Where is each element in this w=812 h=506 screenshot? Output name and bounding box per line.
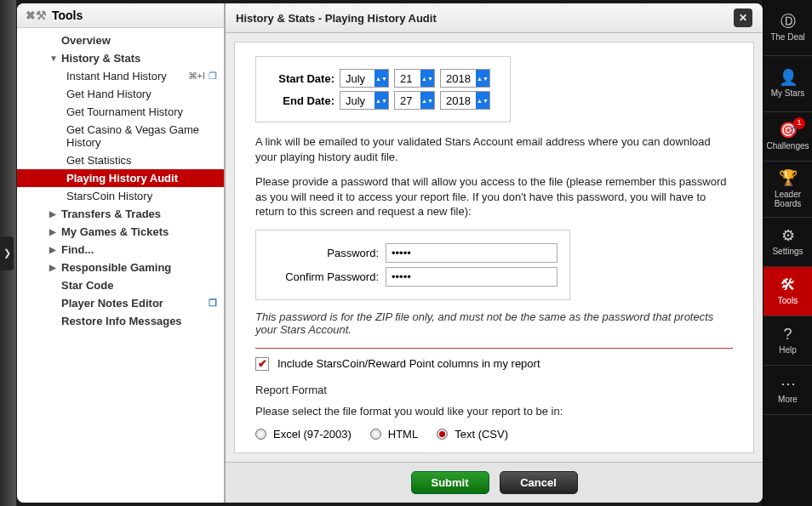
popup-icon: ❐ <box>209 71 217 82</box>
tools-sidebar: ✖⚒ Tools Overview▼History & StatsInstant… <box>17 3 226 503</box>
format-radio[interactable] <box>255 429 266 440</box>
confirm-password-input[interactable] <box>386 267 558 287</box>
chevron-updown-icon: ▲▼ <box>420 92 434 109</box>
start-month-select[interactable]: July▲▼ <box>340 69 389 88</box>
chevron-updown-icon: ▲▼ <box>375 70 388 87</box>
rail-item-challenges[interactable]: 🎯Challenges1 <box>763 112 812 162</box>
start-date-label: Start Date: <box>268 72 335 85</box>
rail-item-label: Leader Boards <box>763 190 812 208</box>
chevron-right-icon: ▶ <box>49 263 58 272</box>
password-hint: This password is for the ZIP file only, … <box>255 310 733 336</box>
sidebar-title-text: Tools <box>52 9 83 22</box>
sidebar-item-label: Playing History Audit <box>66 172 178 185</box>
sidebar-item[interactable]: Player Notes Editor❐ <box>17 294 224 312</box>
sidebar-subitem[interactable]: StarsCoin History <box>17 187 224 205</box>
start-day-select[interactable]: 21▲▼ <box>394 69 435 88</box>
include-starscoin-checkbox[interactable]: ✔ <box>255 357 269 371</box>
end-year-select[interactable]: 2018▲▼ <box>440 91 490 110</box>
end-date-label: End Date: <box>268 94 335 107</box>
sidebar-subitem[interactable]: Get Tournament History <box>17 103 224 121</box>
sidebar-item[interactable]: ▶Responsible Gaming <box>17 259 224 276</box>
sidebar-item-label: Instant Hand History <box>66 70 167 82</box>
chevron-right-icon: ▶ <box>49 227 58 236</box>
help-icon: ? <box>783 327 792 344</box>
leader-boards-icon: 🏆 <box>779 170 798 187</box>
sidebar-item[interactable]: ▶Find... <box>17 241 224 259</box>
sidebar-item-label: My Games & Tickets <box>61 225 169 238</box>
sidebar-item[interactable]: ▶Transfers & Trades <box>17 205 224 223</box>
sidebar-item-label: Find... <box>61 243 94 256</box>
format-radio-label: HTML <box>388 428 418 441</box>
sidebar-item[interactable]: ▶My Games & Tickets <box>17 223 224 241</box>
sidebar-item-label: Get Tournament History <box>66 105 183 118</box>
end-day-select[interactable]: 27▲▼ <box>394 91 435 110</box>
sidebar-item-label: Get Casino & Vegas Game History <box>66 123 217 149</box>
sidebar-subitem[interactable]: Playing History Audit <box>17 169 224 187</box>
sidebar-title: ✖⚒ Tools <box>17 3 224 28</box>
format-radio-label: Excel (97-2003) <box>273 428 352 441</box>
sidebar-item[interactable]: ▼History & Stats <box>17 49 224 67</box>
rail-item-the-deal[interactable]: ⒹThe Deal <box>763 0 812 56</box>
sidebar-item-label: StarsCoin History <box>66 190 152 202</box>
include-starscoin-label: Include StarsCoin/Reward Point columns i… <box>277 357 540 370</box>
format-radio[interactable] <box>437 429 448 440</box>
notification-badge: 1 <box>793 117 805 129</box>
sidebar-item[interactable]: Restore Info Messages <box>17 312 224 330</box>
rail-item-label: Tools <box>778 296 798 305</box>
password-label: Password: <box>268 247 379 259</box>
sidebar-item-label: History & Stats <box>61 52 140 65</box>
info-text-2: Please provide a password that will allo… <box>255 174 733 219</box>
settings-icon: ⚙ <box>781 228 795 245</box>
tools-icon: ✖⚒ <box>26 9 47 22</box>
submit-button[interactable]: Submit <box>411 471 489 494</box>
sidebar-item-label: Get Statistics <box>66 154 132 167</box>
rail-item-leader-boards[interactable]: 🏆Leader Boards <box>763 162 812 218</box>
sidebar-item[interactable]: Overview <box>17 31 224 49</box>
chevron-updown-icon: ▲▼ <box>476 92 489 109</box>
sidebar-subitem[interactable]: Get Hand History <box>17 85 224 103</box>
rail-item-help[interactable]: ?Help <box>763 316 812 366</box>
sidebar-item-label: Star Code <box>61 279 113 292</box>
more-icon: ⋯ <box>781 376 796 393</box>
rail-item-label: Challenges <box>766 141 809 151</box>
panel-title: History & Stats - Playing History Audit <box>236 12 437 25</box>
chevron-updown-icon: ▲▼ <box>375 92 388 109</box>
chevron-right-icon: ▶ <box>49 209 58 219</box>
report-format-prompt: Please select the file format you would … <box>255 404 733 419</box>
rail-item-label: The Deal <box>770 32 805 42</box>
sidebar-item-label: Transfers & Trades <box>61 208 161 220</box>
rail-item-my-stars[interactable]: 👤My Stars <box>763 56 812 112</box>
sidebar-item-label: Restore Info Messages <box>61 315 182 327</box>
popup-icon: ❐ <box>209 298 217 309</box>
close-button[interactable]: ✕ <box>734 9 752 27</box>
date-range-block: Start Date: July▲▼ 21▲▼ 2018▲▼ End Date:… <box>255 56 511 122</box>
end-month-select[interactable]: July▲▼ <box>340 91 389 110</box>
rail-item-label: Help <box>779 345 797 355</box>
info-text-1: A link will be emailed to your validated… <box>255 134 733 164</box>
rail-item-tools[interactable]: 🛠Tools <box>763 267 812 316</box>
cancel-button[interactable]: Cancel <box>500 471 578 494</box>
rail-item-label: More <box>778 395 798 404</box>
chevron-updown-icon: ▲▼ <box>420 70 434 87</box>
format-radio-label: Text (CSV) <box>455 428 508 441</box>
format-radio[interactable] <box>370 429 381 440</box>
sidebar-item-label: Overview <box>61 34 111 47</box>
tools-icon: 🛠 <box>781 277 796 294</box>
rail-item-settings[interactable]: ⚙Settings <box>763 218 812 267</box>
password-input[interactable] <box>386 243 558 263</box>
rail-item-label: Settings <box>772 247 803 256</box>
confirm-password-label: Confirm Password: <box>268 270 379 283</box>
sidebar-subitem[interactable]: Get Casino & Vegas Game History <box>17 121 224 151</box>
chevron-right-icon: ▶ <box>49 245 58 254</box>
sidebar-subitem[interactable]: Get Statistics <box>17 151 224 169</box>
expand-handle[interactable]: ❯ <box>0 236 14 270</box>
rail-item-more[interactable]: ⋯More <box>763 366 812 415</box>
rail-item-label: My Stars <box>771 88 804 98</box>
section-divider <box>255 348 733 349</box>
shortcut-label: ⌘+I ❐ <box>188 71 217 82</box>
sidebar-subitem[interactable]: Instant Hand History⌘+I ❐ <box>17 67 224 85</box>
start-year-select[interactable]: 2018▲▼ <box>440 69 490 88</box>
the-deal-icon: Ⓓ <box>781 14 796 31</box>
sidebar-item-label: Get Hand History <box>66 88 152 100</box>
sidebar-item[interactable]: Star Code <box>17 276 224 294</box>
